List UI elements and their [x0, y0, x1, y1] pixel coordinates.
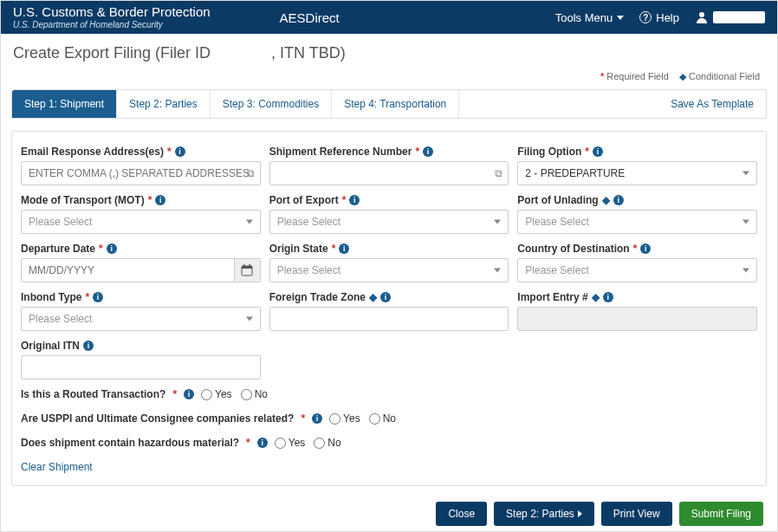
original-itn-input[interactable] — [21, 355, 261, 380]
port-export-label: Port of Export*i — [269, 194, 509, 206]
filing-option-select[interactable]: 2 - PREDEPARTURE — [517, 161, 757, 185]
country-destination-label: Country of Destination*i — [517, 243, 757, 255]
info-icon[interactable]: i — [155, 195, 165, 205]
related-no-radio[interactable]: No — [369, 412, 396, 425]
step-tabs: Step 1: Shipment Step 2: Parties Step 3:… — [11, 89, 767, 119]
import-entry-input — [517, 307, 757, 331]
svg-rect-3 — [243, 264, 245, 267]
info-icon[interactable]: i — [380, 292, 391, 302]
chevron-right-icon — [578, 510, 582, 517]
shipment-ref-label: Shipment Reference Number*i — [269, 146, 509, 158]
port-export-select[interactable]: Please Select — [269, 210, 509, 234]
departure-date-label: Departure Date*i — [21, 243, 261, 255]
tab-step-3-commodities[interactable]: Step 3: Commodities — [211, 90, 332, 118]
routed-question: Is this a Routed Transaction?*i Yes No — [21, 388, 757, 400]
footer-buttons: Close Step 2: Parties Print View Submit … — [1, 498, 777, 532]
required-star-icon: * — [600, 71, 604, 81]
tab-step-2-parties[interactable]: Step 2: Parties — [117, 90, 211, 118]
next-step-button[interactable]: Step 2: Parties — [494, 502, 594, 526]
mot-label: Mode of Transport (MOT)*i — [21, 194, 261, 206]
shipment-panel: Email Response Address(es)*i ⧉ Shipment … — [11, 131, 767, 486]
related-yes-radio[interactable]: Yes — [329, 412, 360, 425]
page-title: Create Export Filing (Filer ID , ITN TBD… — [1, 34, 777, 68]
submit-filing-button[interactable]: Submit Filing — [679, 502, 763, 526]
calendar-icon — [241, 264, 253, 276]
top-bar: U.S. Customs & Border Protection U.S. De… — [1, 1, 777, 34]
email-label: Email Response Address(es)*i — [21, 146, 261, 158]
inbond-select[interactable]: Please Select — [21, 307, 261, 331]
info-icon[interactable]: i — [184, 389, 194, 399]
user-name-chip — [713, 11, 765, 23]
import-entry-label: Import Entry #◆i — [517, 291, 757, 303]
conditional-diamond-icon: ◆ — [679, 71, 686, 81]
info-icon[interactable]: i — [175, 146, 185, 157]
info-icon[interactable]: i — [640, 243, 651, 254]
lookup-icon[interactable]: ⧉ — [495, 167, 502, 179]
related-question: Are USPPI and Ultimate Consignee compani… — [21, 412, 757, 425]
legend-conditional: Conditional Field — [689, 71, 760, 81]
svg-point-0 — [699, 12, 704, 17]
calendar-button[interactable] — [235, 258, 261, 282]
info-icon[interactable]: i — [257, 438, 268, 448]
tools-menu-label: Tools Menu — [555, 11, 613, 24]
help-link[interactable]: ? Help — [639, 11, 679, 24]
legend: * Required Field ◆ Conditional Field — [1, 68, 777, 89]
ftz-label: Foreign Trade Zone◆i — [269, 291, 509, 303]
port-unlading-label: Port of Unlading◆i — [517, 194, 757, 206]
origin-state-select[interactable]: Please Select — [269, 258, 509, 282]
page-title-suffix: , ITN TBD) — [271, 44, 346, 62]
routed-no-radio[interactable]: No — [241, 388, 268, 400]
hazmat-yes-radio[interactable]: Yes — [275, 437, 306, 449]
hazmat-question: Does shipment contain hazardous material… — [21, 437, 757, 449]
original-itn-label: Original ITNi — [21, 340, 261, 352]
ftz-input[interactable] — [269, 307, 509, 331]
info-icon[interactable]: i — [349, 195, 360, 205]
info-icon[interactable]: i — [83, 341, 94, 351]
shipment-ref-input[interactable]: ⧉ — [269, 161, 509, 185]
close-button[interactable]: Close — [436, 502, 487, 526]
print-view-button[interactable]: Print View — [601, 502, 672, 526]
info-icon[interactable]: i — [613, 195, 624, 205]
save-as-template-link[interactable]: Save As Template — [658, 90, 766, 118]
mot-select[interactable]: Please Select — [21, 210, 261, 234]
svg-rect-2 — [242, 266, 252, 269]
hazmat-no-radio[interactable]: No — [314, 437, 340, 449]
origin-state-label: Origin State*i — [269, 243, 509, 255]
help-icon: ? — [639, 11, 652, 23]
tab-step-1-shipment[interactable]: Step 1: Shipment — [12, 90, 117, 118]
clear-shipment-link[interactable]: Clear Shipment — [21, 461, 757, 473]
tools-menu[interactable]: Tools Menu — [555, 11, 624, 24]
country-destination-select[interactable]: Please Select — [517, 258, 757, 282]
info-icon[interactable]: i — [93, 292, 103, 302]
app-name: AESDirect — [280, 10, 340, 25]
legend-required: Required Field — [606, 71, 669, 81]
agency-name: U.S. Customs & Border Protection — [13, 5, 211, 20]
port-unlading-select[interactable]: Please Select — [517, 210, 757, 234]
info-icon[interactable]: i — [107, 243, 117, 254]
brand: U.S. Customs & Border Protection U.S. De… — [13, 5, 211, 29]
email-input[interactable]: ⧉ — [21, 161, 261, 185]
routed-yes-radio[interactable]: Yes — [201, 388, 232, 400]
svg-rect-4 — [250, 264, 251, 267]
departure-date-input[interactable] — [21, 258, 235, 282]
page-title-prefix: Create Export Filing (Filer ID — [13, 44, 211, 62]
user-icon — [695, 10, 709, 24]
department-name: U.S. Department of Homeland Security — [13, 20, 211, 29]
lookup-icon[interactable]: ⧉ — [247, 167, 255, 179]
info-icon[interactable]: i — [339, 243, 349, 254]
info-icon[interactable]: i — [423, 146, 433, 157]
caret-down-icon — [617, 16, 624, 20]
help-label: Help — [656, 11, 679, 24]
tab-step-4-transportation[interactable]: Step 4: Transportation — [332, 90, 459, 118]
info-icon[interactable]: i — [593, 146, 603, 157]
filing-option-label: Filing Option*i — [517, 146, 757, 158]
info-icon[interactable]: i — [312, 413, 322, 424]
user-menu[interactable] — [695, 10, 765, 24]
info-icon[interactable]: i — [603, 292, 613, 302]
inbond-label: Inbond Type*i — [21, 291, 261, 303]
